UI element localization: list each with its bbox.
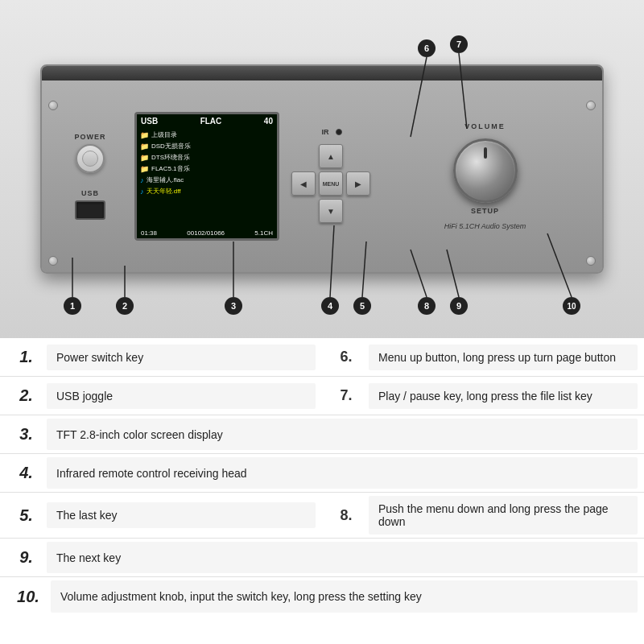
ir-receiver: [336, 129, 342, 135]
display-flac-label: FLAC: [200, 117, 222, 126]
display-footer: 01:38 00102/01066 5.1CH: [137, 228, 277, 238]
svg-text:4: 4: [328, 301, 333, 311]
display-item-3: 📁 DTS环绕音乐: [140, 152, 274, 163]
ann-num-5: 5.: [0, 506, 40, 525]
ann-text-2: USB joggle: [47, 383, 316, 409]
ir-row: IR: [322, 128, 342, 136]
svg-text:2: 2: [122, 301, 127, 311]
svg-text:5: 5: [360, 301, 365, 311]
svg-text:3: 3: [231, 301, 236, 311]
display-item-text-5: 海里辅人.flac: [147, 175, 184, 186]
device-top-strip: [42, 66, 602, 80]
nav-left-button[interactable]: ◀: [291, 171, 316, 196]
display-item-text-6: 天天年轻.dff: [147, 186, 181, 197]
display-item-5: ♪ 海里辅人.flac: [140, 175, 274, 186]
ann-rnum-5: 8.: [322, 507, 362, 524]
ann-text-3: TFT 2.8-inch color screen display: [47, 419, 638, 450]
display-item-6: ♪ 天天年轻.dff: [140, 186, 274, 197]
folder-icon-3: 📁: [140, 152, 149, 163]
usb-section: USB: [75, 189, 105, 220]
ann-text-9: The next key: [47, 542, 638, 573]
display-header: USB FLAC 40: [137, 114, 277, 128]
svg-text:1: 1: [70, 301, 75, 311]
svg-text:6: 6: [424, 43, 429, 53]
ann-text-4: Infrared remote control receiving head: [47, 457, 638, 489]
svg-point-15: [418, 39, 436, 57]
ann-num-2: 2.: [0, 386, 40, 405]
display-item-text-4: FLAC5.1音乐: [151, 163, 190, 175]
nav-up-button[interactable]: ▲: [319, 144, 343, 168]
left-controls: POWER USB: [58, 133, 122, 220]
annotations-section: 1. Power switch key 6. Menu up button, l…: [0, 338, 644, 616]
ann-num-9: 9.: [0, 539, 40, 576]
nav-empty-bl: [291, 199, 316, 223]
ann-text-5: The last key: [47, 502, 316, 528]
display-num-label: 40: [264, 117, 273, 126]
ann-text-10: Volume adjustment knob, input the switch…: [51, 580, 638, 613]
svg-point-3: [116, 297, 134, 315]
power-button[interactable]: [76, 144, 105, 173]
ann-num-4: 4.: [0, 454, 40, 492]
ann-num-10: 10.: [0, 577, 44, 616]
display-item-4: 📁 FLAC5.1音乐: [140, 163, 274, 175]
ir-label: IR: [322, 128, 329, 136]
annotation-row-5: 5. The last key 8. Push the menu down an…: [0, 493, 644, 539]
annotation-row-6: 9. The next key: [0, 539, 644, 577]
svg-point-12: [353, 297, 371, 315]
display-time: 01:38: [141, 229, 157, 237]
svg-text:8: 8: [424, 301, 429, 311]
annotation-row-3: 3. TFT 2.8-inch color screen display: [0, 415, 644, 454]
ann-rtext-1: Menu up button, long press up turn page …: [369, 345, 638, 370]
display-file-list: 📁 上级目录 📁 DSD无损音乐 📁 DTS环绕音乐 📁: [137, 128, 277, 199]
ann-right-2: 7. Play / pause key, long press the file…: [322, 377, 644, 415]
screw-tr: [586, 101, 596, 110]
nav-right-button[interactable]: ▶: [346, 171, 370, 196]
nav-empty-br: [346, 199, 370, 223]
nav-down-button[interactable]: ▼: [319, 199, 343, 223]
device-chassis: POWER USB USB FLAC 40: [40, 64, 604, 274]
two-col-row-5: 5. The last key 8. Push the menu down an…: [0, 493, 644, 538]
volume-knob[interactable]: [453, 138, 518, 203]
screw-br: [586, 256, 596, 266]
svg-text:10: 10: [567, 302, 576, 311]
svg-point-9: [321, 297, 339, 315]
svg-point-0: [64, 297, 81, 315]
display-item-2: 📁 DSD无损音乐: [140, 141, 274, 152]
device-area: POWER USB USB FLAC 40: [0, 0, 644, 338]
menu-label: MENU: [323, 181, 340, 187]
nav-empty-tr: [346, 144, 370, 168]
ann-text-1: Power switch key: [47, 345, 316, 370]
power-section: POWER: [74, 133, 105, 173]
folder-icon-2: 📁: [140, 141, 149, 152]
volume-label: VOLUME: [464, 122, 506, 130]
display-usb-label: USB: [141, 117, 158, 126]
ann-num-1: 1.: [0, 348, 40, 366]
folder-icon-1: 📁: [140, 130, 149, 141]
display-item-text-2: DSD无损音乐: [151, 141, 191, 152]
ann-right-1: 6. Menu up button, long press up turn pa…: [322, 338, 644, 376]
screw-tl: [48, 101, 58, 110]
setup-label: SETUP: [471, 207, 499, 215]
nav-menu-button[interactable]: MENU: [319, 171, 343, 196]
nav-cross: ▲ ◀ MENU ▶ ▼: [291, 144, 372, 225]
device-wrapper: POWER USB USB FLAC 40: [0, 0, 644, 616]
svg-point-24: [450, 297, 468, 315]
usb-port[interactable]: [75, 200, 105, 220]
nav-area: IR ▲ ◀ MENU ▶ ▼: [291, 128, 372, 225]
svg-point-27: [563, 297, 580, 315]
right-area: VOLUME SETUP HiFi 5.1CH Audio System: [384, 122, 586, 230]
ann-left-2: 2. USB joggle: [0, 377, 322, 415]
display-item-1: 📁 上级目录: [140, 130, 274, 141]
ann-num-3: 3.: [0, 415, 40, 453]
svg-point-6: [225, 297, 242, 315]
annotation-row-1: 1. Power switch key 6. Menu up button, l…: [0, 338, 644, 377]
ann-rtext-5: Push the menu down and long press the pa…: [369, 496, 638, 535]
ann-rnum-1: 6.: [322, 349, 362, 365]
annotation-row-7: 10. Volume adjustment knob, input the sw…: [0, 577, 644, 616]
hifi-label: HiFi 5.1CH Audio System: [444, 222, 526, 230]
display-channel: 5.1CH: [254, 229, 273, 237]
music-icon-6: ♪: [140, 186, 144, 197]
power-label: POWER: [74, 133, 105, 141]
ann-rnum-2: 7.: [322, 387, 362, 404]
ann-right-5: 8. Push the menu down and long press the…: [322, 493, 644, 538]
